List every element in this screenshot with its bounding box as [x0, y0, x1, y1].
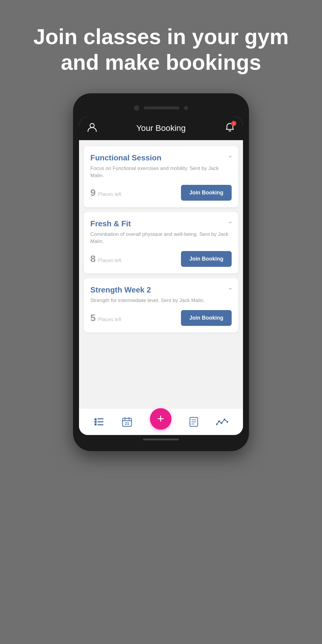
svg-point-19 [224, 419, 225, 420]
phone-home-bar [79, 435, 243, 442]
card-title-3: Strength Week 2 [90, 285, 232, 295]
bottom-nav: 21 + [79, 408, 243, 435]
nav-analytics-icon[interactable] [216, 418, 228, 426]
booking-card-freshfit: ⌄ Fresh & Fit Cominbation of overall phy… [84, 212, 238, 273]
svg-rect-6 [95, 423, 97, 425]
app-header: Your Booking 1 [79, 117, 243, 140]
places-text-2: Places left [98, 258, 121, 264]
user-icon[interactable] [87, 123, 97, 134]
page-background: Join classes in your gym and make bookin… [0, 0, 322, 644]
places-number-1: 9 [90, 187, 96, 198]
plus-icon: + [157, 412, 164, 425]
phone-device: Your Booking 1 ⌄ Functional Sessi [73, 93, 249, 451]
places-left-2: 8 Places left [90, 253, 121, 264]
svg-rect-5 [95, 421, 97, 423]
phone-camera [134, 105, 139, 111]
svg-rect-3 [97, 424, 103, 425]
card-title-1: Functional Session [90, 153, 232, 162]
notification-area[interactable]: 1 [225, 123, 235, 134]
nav-notes-icon[interactable] [189, 417, 198, 427]
chevron-down-icon-3: ⌄ [227, 284, 233, 291]
places-left-1: 9 Places left [90, 187, 121, 198]
home-bar-indicator [143, 439, 179, 440]
card-description-2: Cominbation of overall physique and well… [90, 231, 232, 245]
svg-point-18 [221, 422, 222, 424]
booking-card-functional: ⌄ Functional Session Focus on Functional… [84, 146, 238, 208]
chevron-down-icon-1: ⌄ [227, 151, 233, 159]
places-text-1: Places left [98, 191, 121, 197]
join-button-1[interactable]: Join Booking [181, 185, 232, 201]
phone-notch [79, 102, 243, 117]
places-number-2: 8 [90, 253, 96, 264]
places-left-3: 5 Places left [90, 312, 121, 323]
join-button-2[interactable]: Join Booking [181, 251, 232, 267]
svg-rect-4 [95, 418, 97, 420]
nav-list-icon[interactable] [94, 418, 104, 426]
svg-text:21: 21 [125, 421, 129, 426]
nav-calendar-icon[interactable]: 21 [122, 417, 132, 427]
svg-rect-2 [97, 421, 103, 422]
card-description-3: Strength for intermediate level. Sent by… [90, 297, 232, 304]
card-title-2: Fresh & Fit [90, 219, 232, 228]
places-text-3: Places left [98, 317, 121, 323]
page-headline: Join classes in your gym and make bookin… [0, 0, 322, 93]
card-footer-3: 5 Places left Join Booking [90, 310, 232, 326]
header-title: Your Booking [136, 123, 186, 133]
svg-point-17 [218, 420, 220, 422]
card-description-1: Focus on Functional exercises and mobili… [90, 165, 232, 179]
card-footer-2: 8 Places left Join Booking [90, 251, 232, 267]
chevron-down-icon-2: ⌄ [227, 217, 233, 225]
phone-speaker [144, 106, 179, 109]
fab-add-button[interactable]: + [150, 408, 171, 430]
join-button-3[interactable]: Join Booking [181, 310, 232, 326]
svg-rect-1 [97, 418, 103, 419]
card-footer-1: 9 Places left Join Booking [90, 185, 232, 201]
notification-badge: 1 [231, 121, 236, 126]
booking-card-strength: ⌄ Strength Week 2 Strength for intermedi… [84, 278, 238, 332]
svg-point-0 [90, 123, 94, 128]
phone-camera2 [184, 106, 188, 110]
phone-screen: Your Booking 1 ⌄ Functional Sessi [79, 117, 243, 435]
app-content: ⌄ Functional Session Focus on Functional… [79, 140, 243, 408]
places-number-3: 5 [90, 312, 96, 323]
